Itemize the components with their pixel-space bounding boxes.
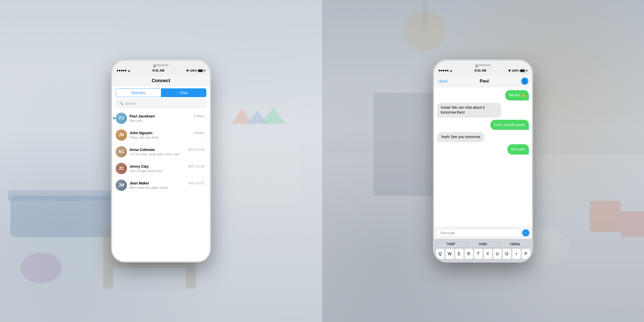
chevron-right-icon: › (205, 183, 206, 187)
chat-list-item[interactable]: JC Jenny Clay 2017-11-28 Don't forget ab… (112, 160, 210, 177)
chat-time: 2017-11-28 (188, 148, 204, 151)
chevron-right-icon: › (205, 116, 206, 120)
phone-right: ▲ 9:41 AM ✱ 100% ‹ Back Paul (434, 61, 532, 261)
avatar: AC (116, 146, 127, 157)
message-sent: Cool, sounds good. (490, 120, 529, 130)
key-u[interactable]: U (493, 249, 502, 259)
chat-name: John Nguyen (130, 131, 152, 135)
svg-rect-3 (103, 268, 113, 289)
chat-preview: I'm not sure, what does John say? (130, 152, 204, 156)
chat-list-item[interactable]: JN John Nguyen 8:45am Okay, see you then… (112, 127, 210, 143)
svg-rect-0 (10, 196, 113, 237)
avatar: JN (116, 129, 127, 141)
phone-top-right: ▲ 9:41 AM ✱ 100% (434, 61, 532, 75)
bluetooth-icon-right: ✱ (508, 69, 511, 72)
message-placeholder: Message (440, 231, 455, 235)
back-chevron-icon: ‹ (438, 79, 439, 83)
svg-rect-1 (8, 191, 116, 201)
chat-time: 2017-11-28 (188, 165, 204, 168)
app-title: Connect (152, 78, 170, 83)
chevron-right-icon: › (205, 166, 206, 171)
contact-icon[interactable]: 👤 (521, 78, 528, 85)
chat-preview: See yah! (130, 119, 204, 123)
phone-screen-right: ‹ Back Paul 👤 Me too 👍Great! We can chat… (434, 75, 532, 261)
chat-preview: Don't forget about the... (130, 169, 204, 173)
svg-rect-16 (590, 201, 621, 232)
send-button[interactable]: ↑ (522, 229, 529, 236)
chat-list-item[interactable]: AC Anna Coleman 2017-11-28 I'm not sure,… (112, 143, 210, 160)
messages-area: Me too 👍Great! We can chat about it tomo… (434, 87, 532, 227)
key-y[interactable]: Y (484, 249, 492, 259)
chat-info: Jenny Clay 2017-11-28 Don't forget about… (130, 164, 204, 173)
phone-left: ▲ 9:41 AM ✱ 100% Connect Directory (112, 61, 210, 261)
svg-rect-15 (528, 227, 559, 252)
phone-top-left: ▲ 9:41 AM ✱ 100% (112, 61, 210, 75)
status-bar-left: ▲ 9:41 AM ✱ 100% (112, 68, 210, 73)
keyboard-suggestions: "Helli"HelloHellos (435, 240, 531, 248)
phone-camera-left (153, 65, 156, 68)
message-input[interactable]: Message (437, 229, 520, 237)
chevron-right-icon: › (205, 133, 206, 137)
chat-list-item[interactable]: PJ Paul Jacobsen 9:33am See yah! › (112, 110, 210, 127)
tab-directory[interactable]: Directory (116, 89, 161, 97)
chat-time: 8:45am (194, 131, 204, 135)
message-sent: Me too 👍 (505, 90, 529, 100)
time-left: 9:41 AM (152, 69, 164, 72)
key-w[interactable]: W (446, 249, 454, 259)
message-received: Yeah! See you tomorrow. (437, 132, 485, 142)
keyboard-suggestion[interactable]: Hello (467, 240, 499, 248)
right-background: ▲ 9:41 AM ✱ 100% ‹ Back Paul (322, 0, 644, 322)
connect-header: Connect (112, 75, 210, 86)
avatar: JM (116, 180, 127, 191)
keyboard-row-1: QWERTYUOIP (435, 249, 531, 259)
chat-preview: Okay, see you then! (130, 135, 204, 139)
chat-list: PJ Paul Jacobsen 9:33am See yah! › JN Jo… (112, 110, 210, 261)
chat-info: Paul Jacobsen 9:33am See yah! (130, 114, 204, 123)
key-r[interactable]: R (465, 249, 473, 259)
message-received: Great! We can chat about it tomorrow the… (437, 103, 501, 118)
keyboard-suggestion[interactable]: "Helli" (435, 240, 467, 248)
chat-time: 2017-11-27 (188, 181, 204, 185)
chat-list-item[interactable]: JM Jean Maker 2017-11-27 We'll start the… (112, 177, 210, 194)
chat-info: Jean Maker 2017-11-27 We'll start the sl… (130, 181, 204, 190)
avatar: JC (116, 163, 127, 174)
key-i[interactable]: I (512, 249, 521, 259)
tab-chat[interactable]: Chat (161, 89, 206, 97)
avatar: PJ (116, 113, 127, 124)
chat-preview: We'll start the slides tmrw! (130, 186, 204, 190)
wifi-icon-right: ▲ (450, 69, 453, 72)
svg-rect-17 (621, 211, 644, 237)
search-bar[interactable]: 🔍 Search (116, 99, 206, 108)
back-button[interactable]: ‹ Back (438, 79, 447, 83)
wifi-icon-left: ▲ (128, 69, 131, 72)
battery-percent-right: 100% (512, 69, 519, 72)
key-o[interactable]: O (503, 249, 511, 259)
search-icon: 🔍 (120, 102, 123, 105)
svg-point-9 (21, 252, 62, 283)
contact-person-icon: 👤 (522, 79, 527, 83)
chat-info: Anna Coleman 2017-11-28 I'm not sure, wh… (130, 148, 204, 156)
back-label[interactable]: Back (439, 79, 447, 83)
chat-name: Jean Maker (130, 181, 149, 185)
phone-camera-right (475, 65, 478, 68)
tab-bar[interactable]: Directory Chat (116, 88, 206, 97)
keyboard-suggestion[interactable]: Hellos (499, 240, 531, 248)
chat-info: John Nguyen 8:45am Okay, see you then! (130, 131, 204, 139)
status-bar-right: ▲ 9:41 AM ✱ 100% (434, 68, 532, 73)
message-input-area: Message ↑ (434, 227, 532, 239)
keyboard-area: "Helli"HelloHellos QWERTYUOIP (434, 239, 532, 261)
search-placeholder: Search (125, 101, 136, 106)
chat-header: ‹ Back Paul 👤 (434, 75, 532, 87)
time-right: 9:41 AM (474, 69, 486, 72)
battery-percent-left: 100% (190, 69, 197, 72)
left-background: ▲ 9:41 AM ✱ 100% Connect Directory (0, 0, 322, 322)
contact-name: Paul (480, 79, 489, 84)
chat-time: 9:33am (194, 114, 204, 118)
svg-rect-4 (185, 268, 196, 289)
key-t[interactable]: T (474, 249, 482, 259)
key-e[interactable]: E (455, 249, 463, 259)
chat-name: Anna Coleman (130, 148, 155, 152)
chat-name: Paul Jacobsen (130, 114, 155, 118)
phone-screen-left: Connect Directory Chat 🔍 Search PJ Paul … (112, 75, 210, 261)
message-sent: See yah! (507, 144, 529, 155)
